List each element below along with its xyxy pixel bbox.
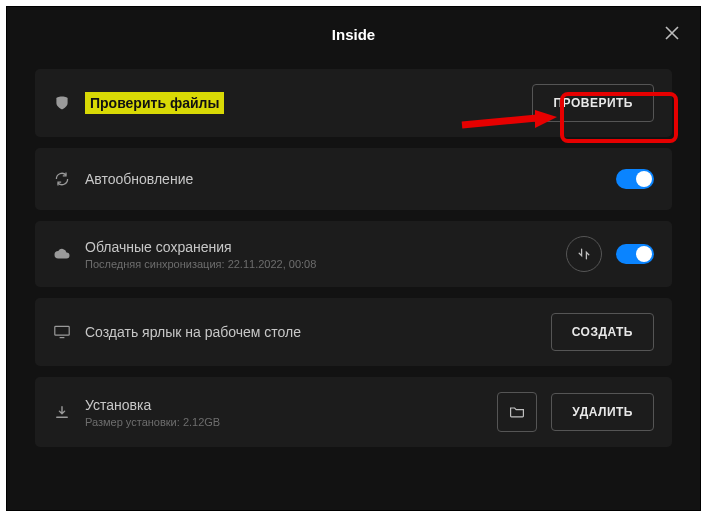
- row-verify-files: Проверить файлы ПРОВЕРИТЬ: [35, 69, 672, 137]
- row-cloud-saves: Облачные сохранения Последняя синхрониза…: [35, 221, 672, 287]
- row-shortcut: Создать ярлык на рабочем столе СОЗДАТЬ: [35, 298, 672, 366]
- create-shortcut-button[interactable]: СОЗДАТЬ: [551, 313, 654, 351]
- refresh-icon: [53, 170, 71, 188]
- open-folder-button[interactable]: [497, 392, 537, 432]
- close-icon: [664, 25, 680, 41]
- autoupdate-label: Автообновление: [85, 171, 602, 187]
- svg-rect-0: [55, 326, 69, 335]
- install-text: Установка Размер установки: 2.12GB: [85, 397, 483, 428]
- install-label: Установка: [85, 397, 483, 413]
- verify-icon: [53, 94, 71, 112]
- folder-icon: [509, 405, 525, 419]
- row-install: Установка Размер установки: 2.12GB УДАЛИ…: [35, 377, 672, 447]
- dialog-content: Проверить файлы ПРОВЕРИТЬ Автообновление…: [7, 61, 700, 455]
- install-size: Размер установки: 2.12GB: [85, 416, 483, 428]
- verify-label: Проверить файлы: [85, 95, 518, 111]
- autoupdate-toggle[interactable]: [616, 169, 654, 189]
- cloud-text: Облачные сохранения Последняя синхрониза…: [85, 239, 552, 270]
- settings-dialog: Inside Проверить файлы ПРОВЕРИТЬ Автообн…: [6, 6, 701, 511]
- cloud-label: Облачные сохранения: [85, 239, 552, 255]
- monitor-icon: [53, 323, 71, 341]
- cloud-sync-button[interactable]: [566, 236, 602, 272]
- dialog-title: Inside: [332, 26, 375, 43]
- dialog-header: Inside: [7, 7, 700, 61]
- download-icon: [53, 403, 71, 421]
- sync-icon: [576, 246, 592, 262]
- row-autoupdate: Автообновление: [35, 148, 672, 210]
- cloud-toggle[interactable]: [616, 244, 654, 264]
- uninstall-button[interactable]: УДАЛИТЬ: [551, 393, 654, 431]
- cloud-icon: [53, 245, 71, 263]
- cloud-sync-time: Последняя синхронизация: 22.11.2022, 00:…: [85, 258, 552, 270]
- verify-button[interactable]: ПРОВЕРИТЬ: [532, 84, 654, 122]
- close-button[interactable]: [664, 25, 682, 43]
- shortcut-label: Создать ярлык на рабочем столе: [85, 324, 537, 340]
